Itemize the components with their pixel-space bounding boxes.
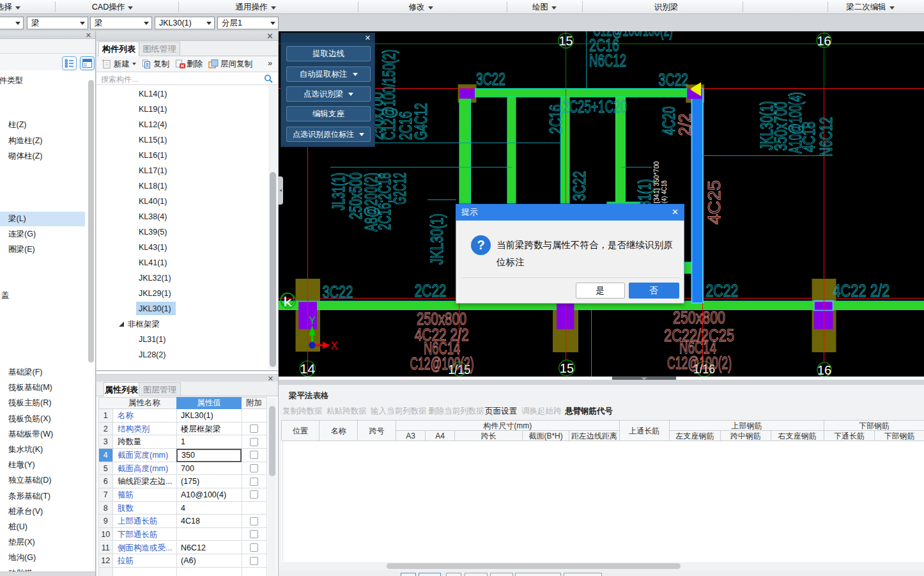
- svg-text:Y: Y: [309, 315, 316, 326]
- svg-text:14: 14: [300, 361, 315, 376]
- svg-text:k: k: [284, 294, 293, 309]
- svg-text:G4C12: G4C12: [412, 103, 431, 140]
- svg-text:3C22: 3C22: [570, 171, 589, 201]
- svg-text:2/2: 2/2: [675, 114, 695, 136]
- svg-text:15: 15: [559, 33, 573, 48]
- svg-text:4C25: 4C25: [705, 180, 724, 224]
- svg-text:2C25+1C20: 2C25+1C20: [562, 97, 627, 116]
- svg-text:2C22: 2C22: [705, 281, 738, 300]
- svg-text:X: X: [331, 340, 338, 351]
- svg-text:C12@100(2): C12@100(2): [667, 354, 732, 373]
- svg-text:(4) 4C18: (4) 4C18: [660, 180, 668, 203]
- svg-text:3C22: 3C22: [322, 283, 353, 302]
- svg-text:N6C12: N6C12: [817, 117, 836, 157]
- svg-text:JKL30(1): JKL30(1): [427, 214, 447, 265]
- svg-text:4C18: 4C18: [799, 121, 819, 152]
- svg-text:16: 16: [817, 33, 831, 48]
- svg-text:[341] 350*700: [341] 350*700: [652, 161, 660, 203]
- svg-text:2C22: 2C22: [415, 281, 447, 300]
- svg-text:16: 16: [817, 362, 831, 377]
- svg-text:N6C12: N6C12: [589, 51, 626, 70]
- svg-text:250x800: 250x800: [673, 308, 725, 327]
- svg-text:3C22: 3C22: [659, 70, 689, 90]
- svg-text:G2C12: G2C12: [390, 173, 410, 205]
- svg-text:15: 15: [560, 361, 574, 375]
- svg-text:3C22: 3C22: [476, 70, 505, 89]
- svg-text:2C16: 2C16: [546, 104, 566, 134]
- svg-text:JL31(1): JL31(1): [329, 173, 348, 210]
- svg-text:4C22 2/2: 4C22 2/2: [833, 281, 889, 300]
- svg-text:C12@100(2): C12@100(2): [410, 354, 474, 373]
